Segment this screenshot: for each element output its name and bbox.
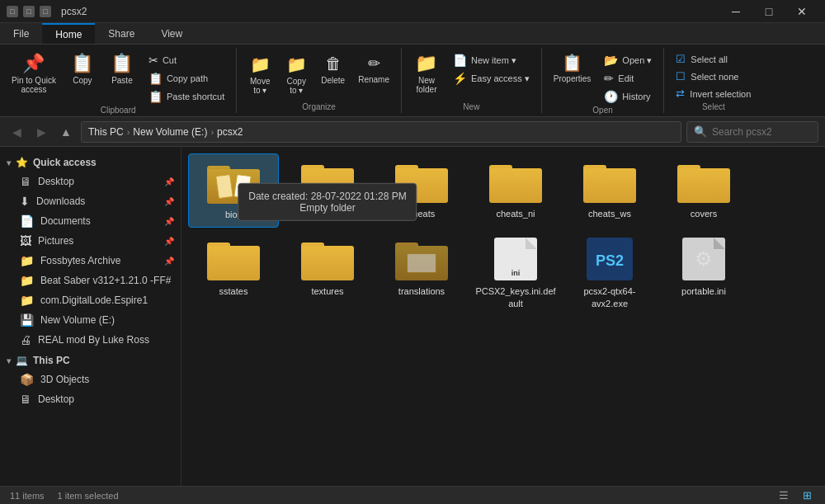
file-item-covers[interactable]: covers: [658, 153, 749, 228]
sidebar-item-newvolume[interactable]: 💾 New Volume (E:): [0, 310, 181, 330]
close-button[interactable]: ✕: [785, 0, 818, 23]
sidebar-item-digitalode[interactable]: 📁 com.DigitalLode.Espire1: [0, 290, 181, 310]
copy-path-button[interactable]: 📋 Copy path: [144, 69, 229, 87]
edit-label: Edit: [618, 73, 634, 83]
tab-share[interactable]: Share: [95, 23, 148, 44]
sidebar-item-documents[interactable]: 📄 Documents 📌: [0, 211, 181, 231]
sstates-folder-icon: [207, 238, 260, 280]
pictures-icon: 🖼: [20, 234, 31, 247]
pin-fossbytes-icon: 📌: [164, 257, 174, 266]
copy-button[interactable]: 📋 Copy: [64, 51, 101, 88]
back-button[interactable]: ◀: [7, 122, 26, 142]
file-item-sstates[interactable]: sstates: [188, 231, 279, 316]
new-item-label: New item ▾: [471, 55, 516, 66]
open-button[interactable]: 📂 Open ▾: [599, 51, 657, 69]
edit-button[interactable]: ✏ Edit: [599, 69, 657, 87]
search-box[interactable]: 🔍: [686, 121, 818, 143]
icons-view-button[interactable]: ⊞: [799, 488, 815, 504]
paste-shortcut-icon: 📋: [148, 90, 163, 103]
ribbon-group-clipboard: 📌 Pin to Quickaccess 📋 Copy 📋 Paste ✂ Cu…: [0, 48, 237, 113]
select-all-label: Select all: [691, 54, 728, 64]
cheats-folder-icon: [395, 160, 448, 203]
minimize-button[interactable]: ─: [719, 0, 752, 23]
file-item-cheats-ws[interactable]: cheats_ws: [564, 153, 655, 228]
invert-selection-button[interactable]: ⇄ Invert selection: [671, 86, 756, 101]
titlebar-icon1: □: [7, 6, 18, 17]
tab-home[interactable]: Home: [42, 23, 95, 44]
svg-text:PS2: PS2: [596, 252, 624, 269]
ribbon-group-organize: 📁 Moveto ▾ 📁 Copyto ▾ 🗑 Delete ✏ Rename …: [237, 48, 402, 113]
rename-icon: ✏: [368, 54, 380, 73]
cut-button[interactable]: ✂ Cut: [144, 51, 229, 69]
history-label: History: [622, 92, 650, 101]
path-segment-volume[interactable]: New Volume (E:): [133, 126, 207, 138]
file-item-pcsx2keys[interactable]: ini PCSX2_keys.ini.default: [470, 231, 561, 316]
portable-icon: ⚙: [682, 238, 725, 280]
new-group-label: New: [463, 102, 479, 113]
select-none-label: Select none: [691, 72, 738, 82]
history-button[interactable]: 🕐 History: [599, 87, 657, 106]
select-none-button[interactable]: ☐ Select none: [671, 68, 756, 84]
copy-to-button[interactable]: 📁 Copyto ▾: [280, 51, 313, 98]
file-item-portable[interactable]: ⚙ portable.ini: [658, 231, 749, 316]
open-label: Open ▾: [622, 55, 652, 66]
sidebar-item-desktop2[interactable]: 🖥 Desktop: [0, 389, 181, 409]
titlebar-icon3: □: [40, 6, 51, 17]
move-to-button[interactable]: 📁 Moveto ▾: [243, 51, 276, 98]
forward-button[interactable]: ▶: [31, 122, 51, 142]
title-bar-icons: □ □ □: [7, 6, 51, 17]
window-title: pcsx2: [61, 6, 87, 17]
select-all-icon: ☑: [676, 53, 686, 65]
file-item-translations[interactable]: translations: [376, 231, 467, 316]
organize-group-label: Organize: [302, 102, 336, 113]
this-pc-icon: 💻: [16, 355, 28, 366]
paste-button[interactable]: 📋 Paste: [104, 51, 140, 88]
file-item-bios[interactable]: bios: [188, 153, 279, 228]
path-segment-pcsx2[interactable]: pcsx2: [217, 126, 243, 138]
tab-view[interactable]: View: [148, 23, 196, 44]
sidebar-item-downloads[interactable]: ⬇ Downloads 📌: [0, 191, 181, 211]
cache-folder-icon: [301, 160, 354, 203]
file-item-textures[interactable]: textures: [282, 231, 373, 316]
selected-count: 1 item selected: [58, 491, 119, 501]
maximize-button[interactable]: □: [752, 0, 785, 23]
paste-shortcut-button[interactable]: 📋 Paste shortcut: [144, 87, 229, 106]
sidebar-fossbytes-label: Fossbytes Archive: [40, 255, 120, 266]
up-button[interactable]: ▲: [56, 122, 76, 142]
cut-icon: ✂: [148, 54, 158, 67]
pin-to-quick-access-button[interactable]: 📌 Pin to Quickaccess: [7, 51, 61, 97]
file-item-cheats[interactable]: cheats: [376, 153, 467, 228]
select-all-button[interactable]: ☑ Select all: [671, 51, 756, 67]
file-item-pcsx2exe[interactable]: PS2 pcsx2-qtx64-avx2.exe: [564, 231, 655, 316]
covers-folder-icon: [677, 160, 730, 203]
file-item-cheats-ni[interactable]: cheats_ni: [470, 153, 561, 228]
sidebar-item-pictures[interactable]: 🖼 Pictures 📌: [0, 231, 181, 251]
address-path[interactable]: This PC › New Volume (E:) › pcsx2: [81, 121, 681, 143]
tab-file[interactable]: File: [0, 23, 42, 44]
sidebar-item-fossbytes[interactable]: 📁 Fossbytes Archive 📌: [0, 251, 181, 271]
sidebar-downloads-label: Downloads: [36, 195, 85, 207]
move-label: Moveto ▾: [250, 77, 270, 95]
sidebar-item-3dobjects[interactable]: 📦 3D Objects: [0, 370, 181, 389]
quick-access-header[interactable]: ▾ ⭐ Quick access: [0, 153, 181, 172]
path-segment-thispc[interactable]: This PC: [88, 126, 124, 138]
delete-button[interactable]: 🗑 Delete: [316, 51, 350, 88]
file-area[interactable]: bios cache Date created: 28-07-2022 01:2…: [182, 147, 825, 486]
rename-button[interactable]: ✏ Rename: [353, 51, 394, 87]
sidebar-item-desktop[interactable]: 🖥 Desktop 📌: [0, 172, 181, 191]
pin-downloads-icon: 📌: [164, 197, 174, 206]
search-input[interactable]: [712, 126, 811, 138]
new-folder-button[interactable]: 📁 Newfolder: [408, 51, 445, 97]
properties-button[interactable]: 📋 Properties: [549, 51, 596, 87]
this-pc-header[interactable]: ▾ 💻 This PC: [0, 351, 181, 370]
file-item-cache[interactable]: cache Date created: 28-07-2022 01:28 PM …: [282, 153, 373, 228]
sidebar-digitalode-label: com.DigitalLode.Espire1: [40, 294, 148, 306]
details-view-button[interactable]: ☰: [776, 488, 792, 504]
properties-icon: 📋: [562, 54, 582, 71]
new-item-button[interactable]: 📄 New item ▾: [448, 51, 535, 69]
status-bar: 11 items 1 item selected ☰ ⊞: [0, 486, 825, 504]
textures-folder-icon: [301, 238, 354, 280]
sidebar-item-realmod[interactable]: 🖨 REAL mod By Luke Ross: [0, 330, 181, 350]
sidebar-item-beatsaber[interactable]: 📁 Beat Saber v312+1.21.0 -FF#: [0, 271, 181, 290]
easy-access-button[interactable]: ⚡ Easy access ▾: [448, 69, 535, 87]
